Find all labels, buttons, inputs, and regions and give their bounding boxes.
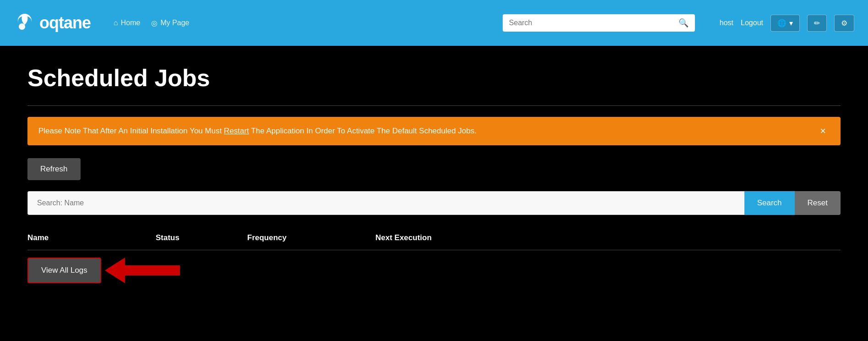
logo-text: oqtane bbox=[39, 13, 91, 33]
logo: oqtane bbox=[14, 12, 91, 34]
name-search-input[interactable] bbox=[27, 191, 744, 215]
name-search-button[interactable]: Search bbox=[744, 191, 795, 215]
refresh-button[interactable]: Refresh bbox=[27, 158, 81, 180]
arrow-tip bbox=[105, 258, 125, 283]
restart-link[interactable]: Restart bbox=[224, 126, 249, 135]
arrow-shaft bbox=[125, 265, 180, 275]
view-logs-wrapper: View All Logs bbox=[27, 258, 180, 283]
search-icon: 🔍 bbox=[678, 18, 689, 28]
globe-button[interactable]: 🌐 ▾ bbox=[770, 15, 800, 32]
title-divider bbox=[27, 105, 841, 106]
header-status: Status bbox=[156, 233, 247, 242]
page-title: Scheduled Jobs bbox=[27, 64, 841, 92]
home-icon: ⌂ bbox=[114, 19, 118, 27]
username-label: host bbox=[720, 19, 733, 27]
header-frequency: Frequency bbox=[247, 233, 375, 242]
alert-close-button[interactable]: × bbox=[816, 126, 830, 136]
mypage-icon: ◎ bbox=[151, 19, 157, 28]
name-search-row: Search Reset bbox=[27, 191, 841, 215]
table-header-row: Name Status Frequency Next Execution bbox=[27, 226, 841, 250]
top-nav: ⌂ Home ◎ My Page bbox=[114, 19, 190, 28]
bottom-row: View All Logs bbox=[27, 258, 841, 283]
logo-icon bbox=[14, 12, 36, 34]
home-link[interactable]: ⌂ Home bbox=[114, 19, 140, 27]
svg-point-0 bbox=[19, 23, 25, 30]
view-all-logs-button[interactable]: View All Logs bbox=[27, 258, 101, 283]
gear-icon: ⚙ bbox=[841, 19, 847, 28]
header-search-box: 🔍 bbox=[503, 14, 695, 32]
header-extra bbox=[559, 233, 841, 242]
mypage-link[interactable]: ◎ My Page bbox=[151, 19, 189, 28]
alert-banner: Please Note That After An Initial Instal… bbox=[27, 117, 841, 145]
app-header: oqtane ⌂ Home ◎ My Page 🔍 host Logout 🌐 … bbox=[0, 0, 868, 46]
arrow-indicator bbox=[105, 258, 180, 283]
globe-dropdown-icon: ▾ bbox=[789, 19, 793, 28]
header-name: Name bbox=[27, 233, 156, 242]
header-search-area: 🔍 bbox=[503, 14, 695, 32]
alert-text: Please Note That After An Initial Instal… bbox=[38, 126, 477, 136]
settings-button[interactable]: ⚙ bbox=[834, 15, 854, 32]
edit-button[interactable]: ✏ bbox=[807, 15, 827, 32]
header-next-execution: Next Execution bbox=[375, 233, 559, 242]
reset-button[interactable]: Reset bbox=[795, 191, 841, 215]
pencil-icon: ✏ bbox=[814, 19, 820, 28]
globe-icon: 🌐 bbox=[777, 19, 787, 28]
user-area: host Logout 🌐 ▾ ✏ ⚙ bbox=[720, 15, 854, 32]
logout-link[interactable]: Logout bbox=[741, 19, 763, 27]
header-search-input[interactable] bbox=[509, 19, 678, 27]
main-content: Scheduled Jobs Please Note That After An… bbox=[0, 46, 868, 302]
